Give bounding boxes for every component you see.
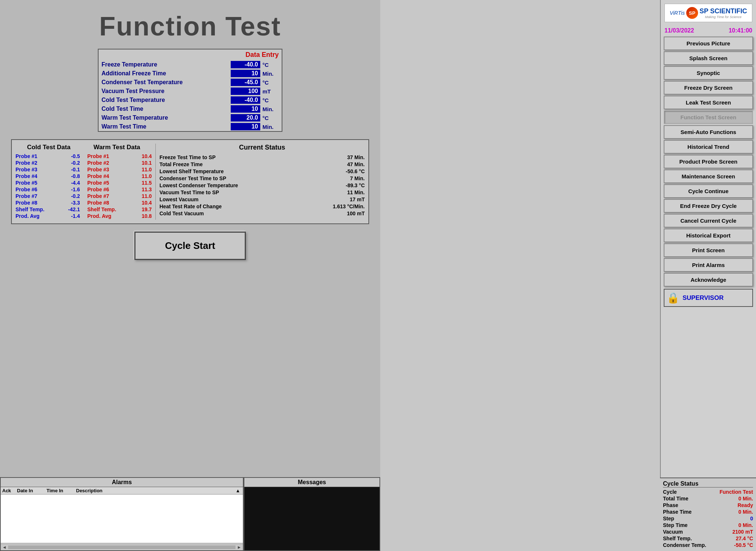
- col-ack: Ack: [2, 488, 17, 493]
- warm-probe-label-6: Probe #7: [87, 193, 109, 199]
- cycle-status-row-7: Shelf Temp. 27.4 °C: [663, 535, 753, 541]
- warm-probe-label-9: Prod. Avg: [87, 213, 111, 219]
- cs-value-8: -50.5 °C: [734, 542, 753, 548]
- data-entry-row-1: Additional Freeze Time 10 Min.: [99, 69, 282, 78]
- cold-probe-val-6: -0.2: [71, 193, 80, 199]
- status-value-5: 11 Min.: [347, 189, 365, 195]
- cs-value-6: 2100 mT: [732, 529, 753, 535]
- cold-probe-val-9: -1.4: [71, 213, 80, 219]
- messages-panel: Messages: [244, 477, 380, 551]
- status-value-4: -89.3 °C: [346, 182, 365, 188]
- status-row-6: Lowest Vacuum 17 mT: [159, 196, 365, 202]
- data-entry-row-4: Cold Test Temperature -40.0 °C: [99, 96, 282, 105]
- cycle-status-row-0: Cycle Function Test: [663, 489, 753, 495]
- data-entry-row-5: Cold Test Time 10 Min.: [99, 105, 282, 113]
- cs-label-5: Step Time: [663, 522, 688, 528]
- status-value-7: 1.613 °C/Min.: [333, 203, 365, 209]
- nav-btn-cycle-continue[interactable]: Cycle Continue: [664, 184, 753, 198]
- de-value-7[interactable]: 10: [231, 123, 260, 130]
- alarms-scroll-bar[interactable]: ◄ ►: [1, 544, 243, 550]
- nav-btn-semi-auto-functions[interactable]: Semi-Auto Functions: [664, 125, 753, 139]
- nav-btn-historical-trend[interactable]: Historical Trend: [664, 140, 753, 154]
- warm-probe-label-1: Probe #2: [87, 160, 109, 166]
- cycle-status-row-6: Vacuum 2100 mT: [663, 529, 753, 535]
- cs-value-7: 27.4 °C: [736, 535, 753, 541]
- cs-label-8: Condenser Temp.: [663, 542, 706, 548]
- cycle-status-panel: Cycle Status Cycle Function Test Total T…: [660, 478, 756, 551]
- nav-btn-maintenance-screen[interactable]: Maintenance Screen: [664, 170, 753, 183]
- nav-btn-leak-test-screen[interactable]: Leak Test Screen: [664, 96, 753, 109]
- status-label-5: Vacuum Test Time to SP: [159, 189, 219, 195]
- status-value-0: 37 Min.: [347, 154, 365, 160]
- nav-btn-end-freeze-dry-cycle[interactable]: End Freeze Dry Cycle: [664, 199, 753, 213]
- status-row-7: Heat Test Rate of Change 1.613 °C/Min.: [159, 203, 365, 209]
- de-value-5[interactable]: 10: [231, 105, 260, 113]
- de-value-4[interactable]: -40.0: [231, 96, 260, 104]
- cs-value-5: 0 Min.: [738, 522, 753, 528]
- probe-row-4: Probe #5 -4.4 Probe #5 11.5: [16, 180, 152, 186]
- datetime-area: 11/03/2022 10:41:00: [661, 26, 756, 35]
- de-label-1: Additional Freeze Time: [102, 70, 231, 77]
- de-label-7: Warm Test Time: [102, 123, 231, 130]
- nav-btn-acknowledge[interactable]: Acknowledge: [664, 273, 753, 287]
- scroll-left-arrow[interactable]: ◄: [2, 545, 7, 550]
- cold-probe-label-4: Probe #5: [16, 180, 37, 186]
- cycle-status-row-2: Phase Ready: [663, 502, 753, 508]
- warm-probe-val-8: 19.7: [142, 206, 152, 212]
- supervisor-area[interactable]: 🔒 SUPERVISOR: [664, 289, 753, 307]
- cycle-start-button[interactable]: Cycle Start: [134, 232, 246, 260]
- de-value-1[interactable]: 10: [231, 70, 260, 77]
- de-value-2[interactable]: -45.0: [231, 79, 260, 86]
- nav-btn-splash-screen[interactable]: Splash Screen: [664, 51, 753, 65]
- de-value-6[interactable]: 20.0: [231, 114, 260, 122]
- alarms-panel: Alarms Ack Date In Time In Description ▲…: [0, 477, 244, 551]
- sp-scientific: SP SCIENTIFIC: [700, 7, 747, 15]
- cold-probe-val-1: -0.2: [71, 160, 80, 166]
- cycle-status-row-1: Total Time 0 Min.: [663, 496, 753, 502]
- warm-probe-val-4: 11.5: [142, 180, 152, 186]
- data-entry-row-7: Warm Test Time 10 Min.: [99, 122, 282, 131]
- status-section: Current Status Freeze Test Time to SP 37…: [159, 144, 365, 220]
- cs-value-3: 0 Min.: [738, 509, 753, 515]
- status-label-8: Cold Test Vacuum: [159, 211, 204, 216]
- nav-btn-cancel-current-cycle[interactable]: Cancel Current Cycle: [664, 214, 753, 227]
- warm-probe-val-3: 11.0: [142, 173, 152, 179]
- cs-value-1: 0 Min.: [738, 496, 753, 502]
- status-label-0: Freeze Test Time to SP: [159, 154, 216, 160]
- de-value-3[interactable]: 100: [231, 88, 260, 95]
- page-title: Function Test: [0, 0, 380, 49]
- cold-test-header: Cold Test Data: [27, 144, 71, 151]
- warm-probe-label-5: Probe #6: [87, 186, 109, 192]
- cold-probe-val-5: -1.6: [71, 186, 80, 192]
- warm-probe-val-9: 10.8: [142, 213, 152, 219]
- nav-btn-function-test-screen[interactable]: Function Test Screen: [664, 110, 753, 124]
- status-label-7: Heat Test Rate of Change: [159, 203, 222, 209]
- probe-row-5: Probe #6 -1.6 Probe #6 11.3: [16, 186, 152, 192]
- status-row-3: Condenser Test Time to SP 7 Min.: [159, 175, 365, 181]
- warm-probe-val-1: 10.1: [142, 160, 152, 166]
- nav-btn-previous-picture[interactable]: Previous Picture: [664, 37, 753, 50]
- cold-probe-label-5: Probe #6: [16, 186, 37, 192]
- cs-label-0: Cycle: [663, 489, 677, 495]
- alarms-body[interactable]: [1, 494, 243, 543]
- probe-row-6: Probe #7 -0.2 Probe #7 11.0: [16, 193, 152, 199]
- cold-probe-val-2: -0.1: [71, 167, 80, 172]
- warm-probe-val-7: 10.4: [142, 200, 152, 206]
- status-row-4: Lowest Condenser Temperature -89.3 °C: [159, 182, 365, 188]
- nav-btn-freeze-dry-screen[interactable]: Freeze Dry Screen: [664, 81, 753, 95]
- nav-btn-synoptic[interactable]: Synoptic: [664, 66, 753, 80]
- de-value-0[interactable]: -40.0: [231, 61, 260, 68]
- cold-probe-val-3: -0.8: [71, 173, 80, 179]
- warm-probe-label-7: Probe #8: [87, 200, 109, 206]
- scroll-right-arrow[interactable]: ►: [237, 545, 241, 550]
- cold-probe-val-8: -42.1: [68, 206, 80, 212]
- cycle-start-container: Cycle Start: [0, 232, 380, 260]
- nav-btn-print-alarms[interactable]: Print Alarms: [664, 258, 753, 272]
- probe-row-8: Shelf Temp. -42.1 Shelf Temp. 19.7: [16, 206, 152, 212]
- status-label-3: Condenser Test Time to SP: [159, 175, 226, 181]
- status-value-2: -50.6 °C: [346, 168, 365, 174]
- nav-btn-historical-export[interactable]: Historical Export: [664, 229, 753, 242]
- status-value-3: 7 Min.: [350, 175, 365, 181]
- nav-btn-product-probe-screen[interactable]: Product Probe Screen: [664, 155, 753, 168]
- nav-btn-print-screen[interactable]: Print Screen: [664, 243, 753, 257]
